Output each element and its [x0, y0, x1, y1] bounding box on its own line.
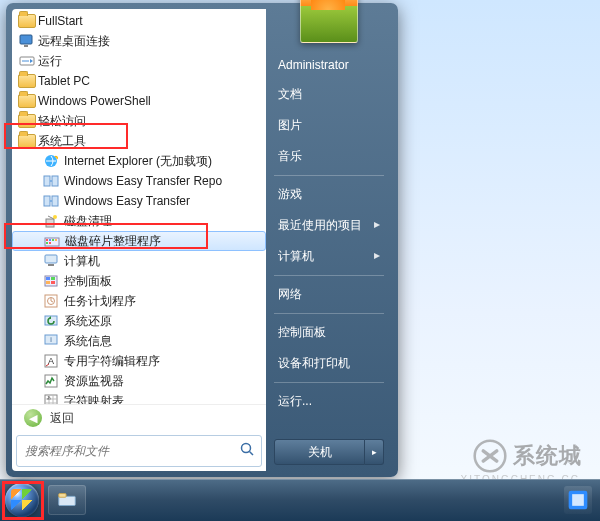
program-item[interactable]: Windows Easy Transfer [12, 191, 266, 211]
program-item-label: FullStart [38, 14, 83, 28]
svg-rect-38 [59, 494, 66, 498]
rdp-icon [18, 32, 36, 50]
cpl-icon [42, 272, 60, 290]
restore-icon [42, 312, 60, 330]
svg-rect-16 [46, 242, 48, 244]
cleanup-icon [42, 212, 60, 230]
svg-rect-40 [572, 494, 584, 506]
shutdown-options-button[interactable]: ▸ [365, 439, 384, 465]
user-name[interactable]: Administrator [266, 51, 392, 79]
menu-separator [274, 175, 384, 176]
right-pane-item[interactable]: 计算机 [266, 241, 392, 272]
program-item[interactable]: 系统工具 [12, 131, 266, 151]
program-item-label: Windows Easy Transfer [64, 194, 190, 208]
svg-rect-8 [52, 196, 58, 206]
right-pane-item[interactable]: 音乐 [266, 141, 392, 172]
system-tray [564, 486, 600, 514]
folder-icon [18, 112, 36, 130]
user-avatar[interactable] [300, 0, 358, 43]
program-item-label: 远程桌面连接 [38, 33, 110, 50]
right-pane-item[interactable]: 运行... [266, 386, 392, 417]
right-pane-item[interactable]: 设备和打印机 [266, 348, 392, 379]
right-pane-item[interactable]: 文档 [266, 79, 392, 110]
svg-line-36 [250, 452, 254, 456]
program-item[interactable]: 运行 [12, 51, 266, 71]
task-icon [42, 292, 60, 310]
charmap-icon: あ [42, 392, 60, 404]
program-item-label: Tablet PC [38, 74, 90, 88]
svg-rect-18 [45, 255, 57, 263]
search-input[interactable] [23, 443, 239, 459]
program-item[interactable]: 磁盘碎片整理程序 [12, 231, 266, 251]
program-item[interactable]: 轻松访问 [12, 111, 266, 131]
program-item-label: 磁盘清理 [64, 213, 112, 230]
svg-rect-19 [48, 264, 54, 266]
svg-rect-13 [49, 239, 51, 241]
program-item[interactable]: Internet Explorer (无加载项) [12, 151, 266, 171]
svg-rect-22 [51, 277, 55, 280]
right-pane-item[interactable]: 图片 [266, 110, 392, 141]
program-item[interactable]: A专用字符编辑程序 [12, 351, 266, 371]
folder-icon [18, 72, 36, 90]
program-item-label: 资源监视器 [64, 373, 124, 390]
right-pane-item[interactable]: 网络 [266, 279, 392, 310]
back-button[interactable]: ◀ 返回 [12, 404, 266, 431]
program-item[interactable]: i系统信息 [12, 331, 266, 351]
shutdown-button[interactable]: 关机 [274, 439, 365, 465]
transfer-icon [42, 172, 60, 190]
program-item[interactable]: 任务计划程序 [12, 291, 266, 311]
program-item-label: Internet Explorer (无加载项) [64, 153, 212, 170]
desktop: 系统城 XITONGCHENG.CC FullStart远程桌面连接运行Tabl… [0, 0, 600, 521]
watermark-text: 系统城 [513, 441, 582, 471]
program-item[interactable]: Windows Easy Transfer Repo [12, 171, 266, 191]
char-icon: A [42, 352, 60, 370]
svg-rect-15 [55, 239, 57, 241]
menu-separator [274, 382, 384, 383]
program-item[interactable]: 磁盘清理 [12, 211, 266, 231]
program-item[interactable]: 远程桌面连接 [12, 31, 266, 51]
program-item[interactable]: Tablet PC [12, 71, 266, 91]
svg-text:あ: あ [47, 395, 51, 400]
back-label: 返回 [50, 410, 74, 427]
svg-rect-2 [24, 45, 28, 47]
folder-icon [18, 12, 36, 30]
right-pane-item[interactable]: 游戏 [266, 179, 392, 210]
svg-rect-7 [44, 196, 50, 206]
search-box[interactable] [16, 435, 262, 467]
start-button[interactable] [0, 479, 44, 521]
taskbar [0, 479, 600, 521]
svg-rect-6 [52, 176, 58, 186]
program-item-label: 运行 [38, 53, 62, 70]
program-item[interactable]: FullStart [12, 11, 266, 31]
search-icon[interactable] [239, 441, 255, 461]
menu-separator [274, 275, 384, 276]
right-pane-item[interactable]: 最近使用的项目 [266, 210, 392, 241]
program-item[interactable]: 控制面板 [12, 271, 266, 291]
program-item[interactable]: 系统还原 [12, 311, 266, 331]
program-item[interactable]: あ字符映射表 [12, 391, 266, 404]
start-menu-left-pane: FullStart远程桌面连接运行Tablet PCWindows PowerS… [12, 9, 266, 471]
program-item-label: 计算机 [64, 253, 100, 270]
svg-rect-1 [20, 35, 32, 44]
right-pane-item[interactable]: 控制面板 [266, 317, 392, 348]
program-item[interactable]: 计算机 [12, 251, 266, 271]
program-item[interactable]: Windows PowerShell [12, 91, 266, 111]
svg-rect-23 [46, 281, 50, 284]
svg-rect-9 [46, 219, 54, 227]
svg-point-35 [242, 444, 251, 453]
svg-rect-24 [51, 281, 55, 284]
resmon-icon [42, 372, 60, 390]
svg-rect-14 [52, 239, 54, 241]
tray-app-icon[interactable] [564, 486, 592, 514]
program-item-label: 字符映射表 [64, 393, 124, 405]
start-menu: FullStart远程桌面连接运行Tablet PCWindows PowerS… [6, 3, 398, 477]
ie-icon [42, 152, 60, 170]
svg-rect-37 [59, 496, 76, 505]
taskbar-pinned-explorer[interactable] [48, 485, 86, 515]
transfer-icon [42, 192, 60, 210]
program-item-label: 系统工具 [38, 133, 86, 150]
defrag-icon [43, 233, 61, 251]
program-item[interactable]: 资源监视器 [12, 371, 266, 391]
program-item-label: 任务计划程序 [64, 293, 136, 310]
program-list[interactable]: FullStart远程桌面连接运行Tablet PCWindows PowerS… [12, 9, 266, 404]
